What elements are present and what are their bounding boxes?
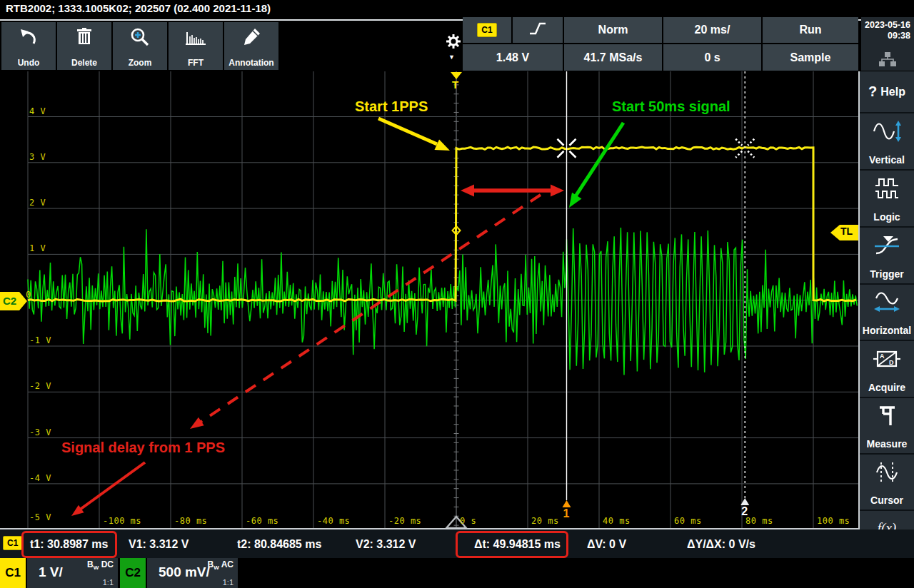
time-axis-label: 60 ms — [674, 516, 702, 526]
sidebar-item-cursor[interactable]: Cursor — [860, 455, 914, 511]
title-bar: RTB2002; 1333.1005K02; 202507 (02.400 20… — [0, 0, 914, 19]
trigger-level-cell[interactable]: 1.48 V — [463, 44, 563, 71]
zoom-button[interactable]: Zoom — [113, 22, 167, 70]
oscilloscope-screen: RTB2002; 1333.1005K02; 202507 (02.400 20… — [0, 0, 914, 588]
c1-trace — [28, 147, 856, 301]
trigger-level-badge-label: TL — [840, 225, 853, 237]
sidebar-item-label: Acquire — [860, 382, 914, 393]
run-state-cell[interactable]: Run — [763, 17, 858, 43]
horizontal-position-cell[interactable]: 0 s — [663, 44, 761, 71]
result-t2: t2: 80.84685 ms — [237, 537, 321, 552]
time-axis-label: -40 ms — [317, 516, 350, 526]
channel1-settings-box[interactable]: 1 V/ BW DC 1:1 — [27, 558, 118, 588]
trigger-edge-cell[interactable] — [513, 17, 563, 43]
settings-area: ▼ — [443, 21, 463, 71]
result-dt: Δt: 49.94815 ms — [474, 537, 561, 552]
time-axis-label: -100 ms — [103, 516, 141, 526]
voltage-axis-label: -3 V — [29, 427, 51, 437]
sidebar-item-logic[interactable]: Logic — [860, 171, 914, 228]
trigger-status-bar: C1 Norm 20 ms/ Run 1.48 V 41.7 MSa/s 0 s… — [463, 17, 858, 71]
delete-button[interactable]: Delete — [57, 22, 111, 70]
time-axis-label: 0 s — [460, 516, 476, 526]
annotation-start-50ms: Start 50ms signal — [612, 98, 730, 115]
sidebar-item-label: Trigger — [860, 268, 914, 280]
annotation-button[interactable]: Annotation — [224, 22, 278, 70]
channel1-bottom-badge[interactable]: C1 — [0, 558, 26, 588]
sidebar-item-label: Horizontal — [860, 325, 914, 336]
sidebar-item-vertical[interactable]: Vertical — [860, 113, 914, 171]
c2-trace — [28, 228, 857, 375]
sidebar-item-label: Help — [880, 86, 905, 98]
fft-button[interactable]: FFT — [169, 22, 223, 70]
trigger-icon — [872, 233, 902, 260]
date-time-cell[interactable]: 2023-05-16 09:38 — [861, 17, 914, 71]
sidebar-item-acquire[interactable]: AD Acquire — [860, 341, 914, 398]
voltage-axis-label: 1 V — [29, 243, 46, 253]
undo-button[interactable]: Undo — [1, 22, 56, 70]
time-axis-label: 20 ms — [531, 516, 559, 526]
grid-right-separator — [858, 71, 860, 529]
cursor2-label: 2 — [741, 505, 748, 518]
gear-icon[interactable] — [446, 34, 461, 52]
timebase-cell[interactable]: 20 ms/ — [663, 17, 761, 43]
signal-delay-arrow — [80, 462, 145, 510]
device-title: RTB2002; 1333.1005K02; 202507 (02.400 20… — [6, 2, 271, 14]
delay-span-arrowhead-right — [551, 185, 564, 197]
channel1-scale: 1 V/ — [39, 564, 63, 580]
sidebar-item-label: Vertical — [860, 154, 914, 166]
annotation-button-label: Annotation — [224, 58, 278, 68]
channel1-probe-ratio: 1:1 — [103, 578, 114, 587]
voltage-axis-label: -1 V — [29, 335, 51, 345]
time-axis-label: 100 ms — [817, 516, 850, 526]
scope-canvas — [0, 71, 860, 529]
cursor-results-bar: C1 t1: 30.8987 ms V1: 3.312 V t2: 80.846… — [0, 529, 914, 558]
sidebar-item-horizontal[interactable]: Horizontal — [860, 285, 914, 341]
time-axis-label: 40 ms — [603, 516, 631, 526]
undo-button-label: Undo — [1, 58, 56, 68]
time-axis-label: -20 ms — [388, 516, 421, 526]
undo-icon — [18, 26, 39, 51]
network-icon — [878, 52, 897, 69]
cursor-icon — [872, 460, 902, 487]
result-dydx: ΔY/ΔX: 0 V/s — [687, 537, 755, 552]
svg-text:D: D — [889, 359, 894, 366]
channel2-coupling: BW AC — [208, 559, 233, 571]
sample-rate-cell[interactable]: 41.7 MSa/s — [564, 44, 662, 71]
voltage-axis-label: 2 V — [29, 198, 46, 208]
voltage-axis-label: 3 V — [29, 152, 46, 162]
rising-edge-icon — [526, 20, 550, 40]
voltage-axis-label: -5 V — [29, 512, 51, 522]
start-50ms-arrowhead — [569, 193, 582, 208]
zoom-button-label: Zoom — [113, 58, 167, 68]
sidebar-item-trigger[interactable]: Trigger — [860, 228, 914, 285]
channel2-probe-ratio: 1:1 — [223, 578, 233, 587]
sidebar-item-label: Measure — [860, 438, 914, 450]
cursor1-label: 1 — [563, 507, 569, 520]
result-v2: V2: 3.312 V — [356, 537, 416, 552]
result-dv: ΔV: 0 V — [587, 537, 626, 552]
time-axis-label: 80 ms — [745, 516, 773, 526]
delay-span-arrowhead-left — [461, 185, 474, 197]
magnifier-icon — [129, 26, 151, 51]
help-icon: ? — [868, 83, 877, 100]
results-channel-badge: C1 — [3, 536, 22, 550]
sidebar-item-measure[interactable]: Measure — [860, 398, 914, 455]
toolbar: UndoDeleteZoomFFTAnnotation — [0, 21, 463, 71]
horizontal-icon — [872, 290, 902, 318]
scope-graticule-area[interactable]: 4 V3 V2 V1 V0-1 V-2 V-3 V-4 V-5 V-100 ms… — [0, 71, 860, 529]
channel2-scale: 500 mV/ — [159, 564, 210, 580]
chevron-down-icon[interactable]: ▼ — [448, 54, 455, 61]
delay-callout-arrowhead — [190, 417, 204, 429]
acquire-icon: AD — [872, 347, 902, 374]
trigger-mode-cell[interactable]: Norm — [564, 17, 662, 43]
acquisition-mode-cell[interactable]: Sample — [763, 44, 858, 71]
delete-button-label: Delete — [57, 58, 111, 68]
trigger-source-cell[interactable]: C1 — [463, 17, 511, 43]
sidebar-item-help[interactable]: ?Help — [860, 71, 914, 113]
channel2-settings-box[interactable]: 500 mV/ BW AC 1:1 — [147, 558, 238, 588]
annotation-start-1pps: Start 1PPS — [355, 98, 428, 115]
cursor1-handle[interactable] — [562, 500, 571, 507]
start-1pps-arrow — [378, 118, 437, 144]
fft-button-label: FFT — [169, 58, 223, 68]
channel2-bottom-badge[interactable]: C2 — [120, 558, 146, 588]
